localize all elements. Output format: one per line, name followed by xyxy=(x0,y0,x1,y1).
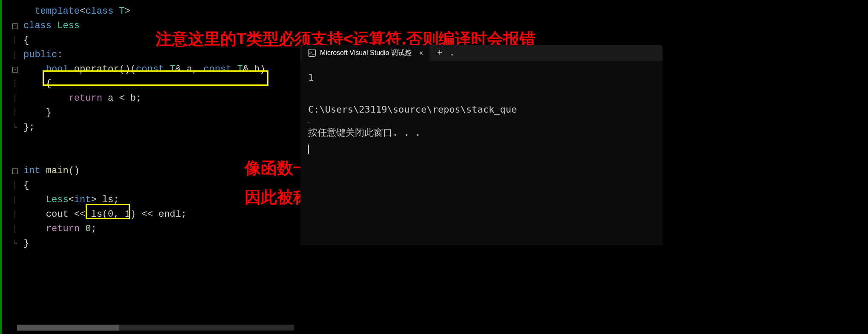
code-line: template<class T> xyxy=(6,4,868,19)
console-tab-actions: + ⌄ xyxy=(437,48,454,58)
console-tab-title: Microsoft Visual Studio 调试控 xyxy=(320,49,412,58)
scrollbar-thumb[interactable] xyxy=(17,325,119,331)
console-tabbar: >_ Microsoft Visual Studio 调试控 ✕ + ⌄ xyxy=(300,45,663,61)
console-output-line: C:\Users\23119\source\repos\stack_que xyxy=(308,102,655,117)
horizontal-scrollbar[interactable] xyxy=(17,325,294,331)
cursor-icon xyxy=(308,145,309,154)
close-icon[interactable]: ✕ xyxy=(419,49,424,57)
console-tab[interactable]: >_ Microsoft Visual Studio 调试控 ✕ xyxy=(302,45,430,61)
terminal-icon: >_ xyxy=(308,49,316,57)
new-tab-button[interactable]: + xyxy=(437,48,443,58)
console-output-line: 按任意键关闭此窗口. . . xyxy=(308,125,655,140)
console-body[interactable]: 1 C:\Users\23119\source\repos\stack_que … xyxy=(300,61,663,165)
editor-gutter xyxy=(0,0,17,334)
chevron-down-icon[interactable]: ⌄ xyxy=(450,49,454,57)
console-window: >_ Microsoft Visual Studio 调试控 ✕ + ⌄ 1 C… xyxy=(300,45,663,245)
console-cursor-line xyxy=(308,141,655,157)
console-output-line: 1 xyxy=(308,70,655,85)
console-output-line: 。 xyxy=(308,117,655,125)
console-output-line xyxy=(308,85,655,101)
